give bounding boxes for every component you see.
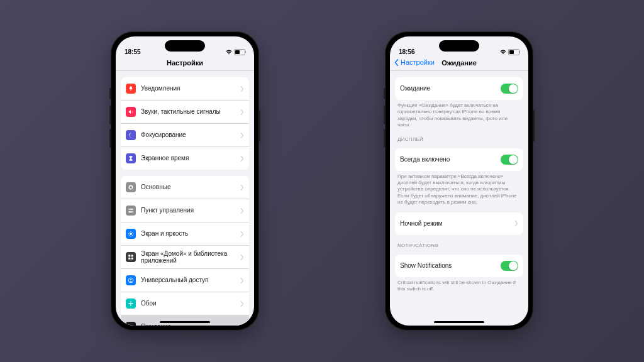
- battery-icon: [234, 49, 245, 55]
- chevron-right-icon: [240, 133, 244, 138]
- svg-point-3: [131, 212, 132, 212]
- row-label: Ночной режим: [400, 220, 509, 228]
- dynamic-island: [439, 40, 479, 52]
- phone-right: 18:56 Настройки Ожидание ОжиданиеФункция…: [385, 31, 533, 331]
- speaker-icon: [126, 107, 136, 117]
- chevron-right-icon: [240, 86, 244, 92]
- chevron-right-icon: [240, 185, 244, 190]
- setting-row[interactable]: Всегда включено: [395, 148, 523, 171]
- standby-icon: [126, 322, 136, 326]
- svg-point-18: [130, 279, 131, 280]
- side-button: [259, 110, 260, 141]
- volume-down: [109, 129, 111, 148]
- settings-row-focus[interactable]: Фокусирование: [121, 123, 249, 146]
- home-indicator: [160, 321, 210, 323]
- section-group: Ночной режим: [395, 212, 523, 235]
- toggle-switch[interactable]: [501, 261, 518, 271]
- section-header: ДИСПЛЕЙ: [397, 136, 521, 142]
- settings-row-control[interactable]: Пункт управления: [121, 199, 249, 222]
- settings-group: УведомленияЗвуки, тактильные сигналыФоку…: [121, 77, 249, 170]
- setting-row[interactable]: Show Notifications: [395, 255, 523, 277]
- svg-line-10: [132, 235, 133, 236]
- bell-icon: [126, 84, 136, 94]
- gear-icon: [126, 182, 136, 192]
- wifi-icon: [500, 50, 506, 55]
- section-group: Show Notifications: [395, 255, 523, 277]
- chevron-right-icon: [240, 324, 244, 326]
- side-button: [533, 110, 535, 141]
- battery-icon: [508, 49, 519, 55]
- flower-icon: [126, 299, 136, 309]
- volume-up: [109, 106, 111, 124]
- navbar-right: Настройки Ожидание: [390, 57, 528, 71]
- row-label: Основные: [141, 184, 235, 191]
- row-label: Фокусирование: [141, 131, 235, 139]
- settings-row-display[interactable]: Экран и яркость: [121, 222, 249, 245]
- svg-rect-13: [128, 255, 130, 256]
- svg-point-19: [130, 303, 132, 305]
- svg-point-22: [128, 303, 130, 304]
- chevron-right-icon: [240, 278, 244, 283]
- section-group: Всегда включено: [395, 148, 523, 171]
- settings-group: ОсновныеПункт управленияЭкран и яркостьЭ…: [121, 176, 249, 326]
- mute-switch: [384, 88, 385, 99]
- standby-settings[interactable]: ОжиданиеФункция «Ожидание» будет включат…: [390, 71, 528, 326]
- status-time: 18:56: [399, 48, 415, 55]
- settings-row-sounds[interactable]: Звуки, тактильные сигналы: [121, 100, 249, 123]
- row-label: Экран и яркость: [141, 230, 235, 238]
- screen-right: 18:56 Настройки Ожидание ОжиданиеФункция…: [390, 36, 528, 326]
- svg-rect-1: [128, 211, 133, 212]
- chevron-right-icon: [240, 231, 244, 237]
- toggle-switch[interactable]: [501, 84, 518, 94]
- svg-point-23: [131, 303, 133, 304]
- row-label: Экран «Домой» и библиотека приложений: [141, 250, 235, 265]
- row-label: Ожидание: [400, 85, 496, 92]
- wifi-icon: [226, 50, 232, 55]
- svg-rect-16: [131, 258, 133, 260]
- svg-rect-14: [131, 255, 133, 256]
- svg-point-20: [130, 301, 131, 302]
- svg-line-9: [129, 232, 130, 233]
- svg-line-11: [129, 235, 130, 236]
- svg-point-2: [130, 209, 130, 209]
- person-icon: [126, 275, 136, 285]
- toggle-switch[interactable]: [501, 155, 518, 165]
- section-group: Ожидание: [395, 77, 523, 100]
- svg-point-4: [130, 233, 132, 235]
- navbar-left: Настройки: [116, 57, 254, 71]
- settings-row-screentime[interactable]: Экранное время: [121, 146, 249, 170]
- page-title: Настройки: [167, 59, 203, 67]
- chevron-right-icon: [240, 255, 244, 260]
- settings-row-notifications[interactable]: Уведомления: [121, 77, 249, 100]
- status-time: 18:55: [125, 48, 141, 55]
- row-label: Уведомления: [141, 85, 235, 92]
- row-label: Универсальный доступ: [141, 277, 235, 284]
- volume-down: [384, 129, 385, 148]
- row-label: Звуки, тактильные сигналы: [141, 108, 235, 116]
- hourglass-icon: [126, 153, 136, 163]
- settings-row-accessibility[interactable]: Универсальный доступ: [121, 268, 249, 292]
- volume-up: [384, 106, 385, 124]
- chevron-right-icon: [240, 109, 244, 115]
- row-label: Обои: [141, 300, 235, 307]
- section-footer: При активном параметре «Всегда включено»…: [397, 173, 521, 206]
- setting-row[interactable]: Ожидание: [395, 77, 523, 100]
- setting-row[interactable]: Ночной режим: [395, 212, 523, 235]
- screen-left: 18:55 Настройки УведомленияЗвуки, тактил…: [116, 36, 254, 326]
- section-footer: Critical notifications will still be sho…: [397, 280, 521, 293]
- settings-row-wallpaper[interactable]: Обои: [121, 292, 249, 315]
- chevron-right-icon: [240, 156, 244, 162]
- svg-point-21: [130, 304, 131, 305]
- switches-icon: [126, 206, 136, 216]
- section-footer: Функция «Ожидание» будет включаться на г…: [397, 102, 521, 129]
- settings-list[interactable]: УведомленияЗвуки, тактильные сигналыФоку…: [116, 71, 254, 326]
- dynamic-island: [165, 40, 205, 52]
- settings-row-home[interactable]: Экран «Домой» и библиотека приложений: [121, 245, 249, 268]
- moon-icon: [126, 130, 136, 140]
- back-button[interactable]: Настройки: [394, 58, 435, 66]
- svg-rect-0: [128, 209, 133, 210]
- settings-row-standby[interactable]: Ожидание: [121, 315, 249, 326]
- chevron-right-icon: [514, 221, 518, 226]
- row-label: Пункт управления: [141, 207, 235, 214]
- settings-row-general[interactable]: Основные: [121, 176, 249, 199]
